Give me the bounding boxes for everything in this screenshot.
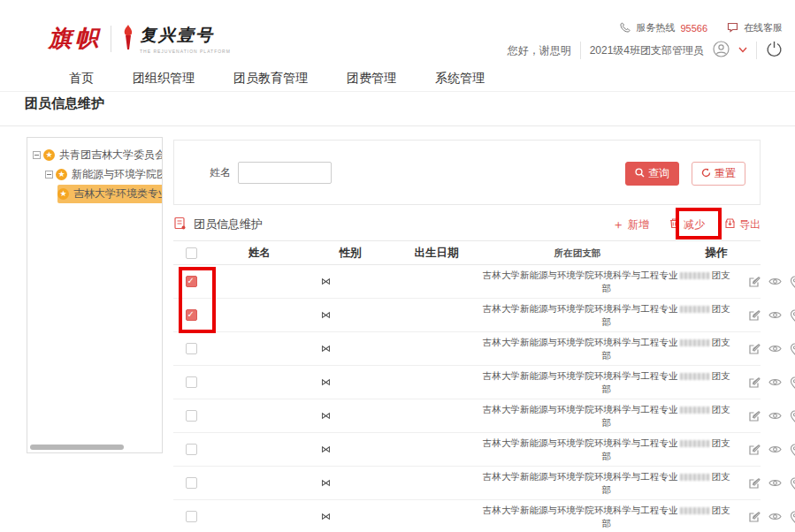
star-badge-icon: ★	[56, 169, 67, 180]
header-name: 姓名	[209, 246, 310, 261]
row-checkbox[interactable]	[186, 343, 197, 354]
cell-gender-redacted: ⋈	[310, 309, 390, 321]
view-icon[interactable]	[768, 512, 782, 521]
logo-subtitle: THE REJUVENATION PLATFORM	[140, 49, 231, 54]
location-icon[interactable]	[790, 511, 795, 523]
table-row: ⋈吉林大学新能源与环境学院环境科学与工程专业团支部	[173, 399, 761, 433]
location-icon[interactable]	[790, 376, 795, 389]
tree-item-jlu-committee[interactable]: ★共青团吉林大学委员会	[33, 145, 162, 164]
trash-icon	[669, 217, 680, 232]
cell-gender-redacted: ⋈	[310, 444, 390, 455]
location-icon[interactable]	[790, 477, 795, 490]
cell-gender-redacted: ⋈	[310, 477, 390, 489]
phone-icon	[620, 22, 631, 34]
cell-gender-redacted: ⋈	[310, 343, 390, 354]
tree-horizontal-scrollbar[interactable]	[30, 445, 124, 450]
select-all-checkbox[interactable]	[186, 247, 197, 259]
cell-operations	[730, 410, 795, 422]
collapse-icon[interactable]	[45, 171, 53, 179]
role-label: 2021级4班团支部管理员	[590, 43, 704, 58]
cell-org-branch: 吉林大学新能源与环境学院环境科学与工程专业团支部	[483, 369, 730, 396]
chevron-down-icon[interactable]	[738, 46, 747, 55]
export-icon	[724, 217, 736, 232]
cell-gender-redacted: ⋈	[310, 276, 390, 287]
row-checkbox[interactable]	[186, 410, 197, 422]
export-button[interactable]: 导出	[724, 217, 761, 232]
view-icon[interactable]	[768, 344, 782, 353]
edit-icon[interactable]	[748, 309, 761, 322]
user-avatar-icon[interactable]	[713, 41, 730, 60]
remove-button[interactable]: 减少	[669, 217, 705, 232]
location-icon[interactable]	[790, 309, 795, 322]
location-icon[interactable]	[790, 410, 795, 422]
plus-icon: ＋	[612, 219, 624, 230]
tree-item-env-major-branch[interactable]: ★吉林大学环境类专业	[33, 184, 162, 203]
page-root: 旗帜 复兴壹号 THE REJUVENATION PLATFORM 服务热线 9…	[0, 0, 795, 532]
cell-org-branch: 吉林大学新能源与环境学院环境科学与工程专业团支部	[483, 302, 730, 329]
name-search-input[interactable]	[238, 162, 332, 184]
query-button[interactable]: 查询	[625, 162, 679, 186]
hotline-label: 服务热线	[636, 21, 675, 34]
edit-icon[interactable]	[748, 477, 761, 490]
nav-item-fee-mgmt[interactable]: 团费管理	[347, 71, 396, 87]
cell-gender-redacted: ⋈	[310, 511, 390, 522]
edit-icon[interactable]	[748, 444, 761, 456]
collapse-icon[interactable]	[33, 151, 41, 159]
redacted-glyph: ⋈	[321, 376, 331, 388]
user-row: 您好，谢思明 2021级4班团支部管理员	[508, 41, 783, 60]
view-icon[interactable]	[768, 445, 782, 454]
header-ops: 操作	[672, 246, 761, 261]
redacted-class-id	[680, 339, 710, 346]
tree-item-label: 吉林大学环境类专业	[72, 185, 163, 203]
view-icon[interactable]	[768, 277, 782, 286]
nav-item-sys-mgmt[interactable]: 系统管理	[435, 71, 485, 87]
nav-item-org-mgmt[interactable]: 团组织管理	[133, 71, 195, 87]
nav-item-home[interactable]: 首页	[69, 71, 94, 87]
reset-button[interactable]: 重置	[692, 162, 745, 186]
location-icon[interactable]	[790, 276, 795, 288]
row-checkbox[interactable]	[186, 376, 197, 388]
redacted-class-id	[680, 407, 710, 414]
service-row: 服务热线 95566 在线客服	[620, 21, 783, 34]
edit-icon[interactable]	[748, 410, 761, 422]
page-title: 团员信息维护	[25, 95, 104, 112]
tree-item-college-committee[interactable]: ★新能源与环境学院团委	[33, 164, 162, 184]
location-icon[interactable]	[790, 343, 795, 355]
cell-org-branch: 吉林大学新能源与环境学院环境科学与工程专业团支部	[483, 403, 730, 429]
cell-org-branch: 吉林大学新能源与环境学院环境科学与工程专业团支部	[483, 504, 730, 530]
edit-icon[interactable]	[748, 376, 761, 389]
view-icon[interactable]	[768, 377, 782, 387]
view-icon[interactable]	[768, 411, 782, 421]
star-badge-icon: ★	[43, 149, 55, 161]
edit-icon[interactable]	[748, 343, 761, 355]
row-checkbox[interactable]	[186, 477, 197, 489]
divider	[580, 42, 581, 59]
redacted-glyph: ⋈	[321, 477, 331, 489]
view-icon[interactable]	[768, 310, 782, 320]
redacted-glyph: ⋈	[321, 276, 331, 287]
tree-item-label: 新能源与环境学院团委	[70, 165, 163, 184]
refresh-icon	[701, 168, 711, 180]
header-gender: 性别	[310, 246, 390, 261]
cell-org-branch: 吉林大学新能源与环境学院环境科学与工程专业团支部	[483, 269, 730, 295]
logout-power-icon[interactable]	[766, 41, 783, 60]
location-icon[interactable]	[790, 444, 795, 456]
table-row: ⋈吉林大学新能源与环境学院环境科学与工程专业团支部	[173, 467, 761, 500]
row-checkbox[interactable]	[186, 444, 197, 455]
cell-gender-redacted: ⋈	[310, 376, 390, 388]
table-section-head: 团员信息维护 ＋ 新增 减少 导出	[173, 212, 761, 237]
table-body: ⋈吉林大学新能源与环境学院环境科学与工程专业团支部⋈吉林大学新能源与环境学院环境…	[173, 265, 761, 532]
cell-operations	[730, 511, 795, 523]
row-checkbox[interactable]	[186, 276, 197, 287]
view-icon[interactable]	[768, 478, 782, 488]
fuxing-logo-text: 复兴壹号	[140, 24, 231, 47]
online-service-link[interactable]: 在线客服	[744, 21, 783, 34]
add-button[interactable]: ＋ 新增	[612, 217, 649, 232]
table-row: ⋈吉林大学新能源与环境学院环境科学与工程专业团支部	[173, 366, 761, 399]
edit-icon[interactable]	[748, 276, 761, 288]
row-checkbox[interactable]	[186, 309, 197, 321]
edit-icon[interactable]	[748, 511, 761, 523]
nav-item-member-edu-mgmt[interactable]: 团员教育管理	[233, 71, 308, 87]
row-checkbox[interactable]	[186, 511, 197, 522]
table-row: ⋈吉林大学新能源与环境学院环境科学与工程专业团支部	[173, 265, 761, 299]
